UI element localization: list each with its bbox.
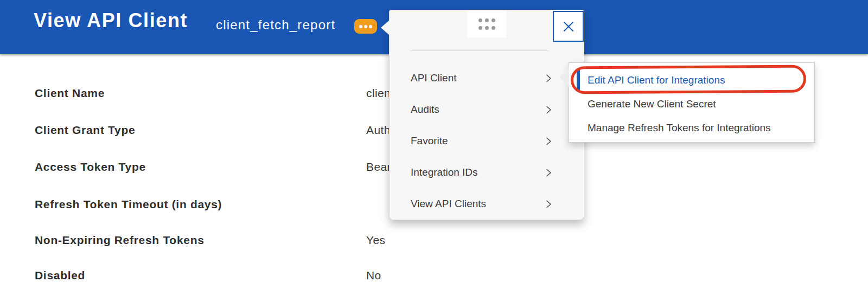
menu-item-integration-ids[interactable]: Integration IDs <box>390 157 584 188</box>
submenu-item-generate-new-client-secret[interactable]: Generate New Client Secret <box>569 92 814 116</box>
menu-item-view-api-clients[interactable]: View API Clients <box>390 188 584 220</box>
menu-item-label: Favorite <box>411 135 448 147</box>
field-label-client-name: Client Name <box>35 87 105 100</box>
submenu-item-label: Generate New Client Secret <box>588 98 716 110</box>
chevron-right-icon <box>545 168 552 177</box>
field-label-non-expiring-refresh-tokens: Non-Expiring Refresh Tokens <box>35 234 205 247</box>
field-label-refresh-token-timeout-in-days: Refresh Token Timeout (in days) <box>35 198 222 211</box>
page-title: View API Client <box>34 9 188 32</box>
submenu-item-label: Manage Refresh Tokens for Integrations <box>588 122 771 134</box>
field-value-non-expiring-refresh-tokens: Yes <box>366 234 385 247</box>
menu-divider <box>410 50 548 51</box>
submenu-item-edit-api-client-for-integrations[interactable]: Edit API Client for Integrations <box>569 68 814 92</box>
menu-pointer <box>381 20 390 35</box>
ellipsis-icon <box>359 25 372 28</box>
menu-item-audits[interactable]: Audits <box>390 94 584 125</box>
chevron-right-icon <box>545 74 552 83</box>
menu-item-favorite[interactable]: Favorite <box>390 125 584 157</box>
related-actions-button[interactable] <box>354 19 377 34</box>
api-client-submenu: Edit API Client for IntegrationsGenerate… <box>569 62 815 143</box>
menu-item-list: API ClientAuditsFavoriteIntegration IDsV… <box>390 62 584 220</box>
close-button[interactable] <box>553 11 584 42</box>
selected-indicator-bar <box>577 70 580 91</box>
chevron-right-icon <box>545 105 552 114</box>
submenu-item-label: Edit API Client for Integrations <box>588 74 725 86</box>
drag-handle-icon <box>478 18 495 30</box>
menu-item-label: View API Clients <box>411 198 486 210</box>
close-icon <box>561 19 576 34</box>
submenu-pointer <box>559 67 569 87</box>
menu-item-label: API Client <box>411 72 456 84</box>
drag-handle[interactable] <box>467 10 506 37</box>
field-value-disabled: No <box>366 269 381 282</box>
related-actions-menu: API ClientAuditsFavoriteIntegration IDsV… <box>389 10 584 220</box>
field-label-disabled: Disabled <box>35 269 85 282</box>
object-name: client_fetch_report <box>216 17 335 33</box>
menu-item-label: Integration IDs <box>411 166 478 178</box>
submenu-item-list: Edit API Client for IntegrationsGenerate… <box>569 68 814 140</box>
chevron-right-icon <box>545 137 552 146</box>
submenu-item-manage-refresh-tokens-for-integrations[interactable]: Manage Refresh Tokens for Integrations <box>569 116 814 140</box>
menu-item-api-client[interactable]: API Client <box>390 62 584 94</box>
chevron-right-icon <box>545 200 552 209</box>
field-label-client-grant-type: Client Grant Type <box>35 124 135 137</box>
field-label-access-token-type: Access Token Type <box>35 161 146 174</box>
menu-item-label: Audits <box>411 104 439 116</box>
